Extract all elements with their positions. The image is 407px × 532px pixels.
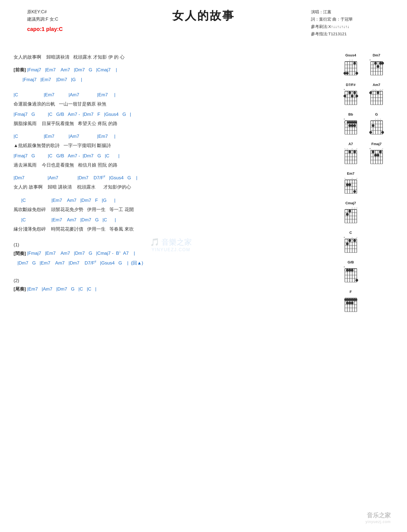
svg-text:○: ○: [349, 59, 350, 61]
singer: 演唱：江蕙: [311, 8, 353, 15]
meta-left: 原KEY:C# 建議男調:F 女:C capo:1 play:C: [27, 8, 63, 34]
svg-point-216: [348, 302, 351, 304]
svg-text:○: ○: [351, 207, 353, 209]
svg-point-32: [377, 65, 379, 68]
page: 女人的故事 原KEY:C# 建議男調:F 女:C capo:1 play:C 演…: [0, 0, 407, 532]
lyricist: 詞：葉衍宏 曲：于冠華: [311, 15, 353, 23]
svg-point-167: [348, 210, 351, 212]
chord-pair-8: G/B × ×: [339, 260, 393, 285]
svg-text:○: ○: [372, 88, 374, 91]
footer-brand: 音乐之家: [365, 511, 391, 520]
chord-a7: A7 ○ ○ ○ ○: [339, 142, 362, 167]
svg-point-46: [348, 91, 351, 94]
svg-point-47: [351, 95, 354, 97]
svg-point-182: [346, 243, 349, 245]
prelude-chord-1: [前奏] |Fmaj7 |Em7 Am7 |Dm7 G |Cmaj7 |: [14, 65, 334, 75]
main-content: 女人的故事啊 歸暗講袂清 枕頭露水 才知影 伊 的 心 [前奏] |Fmaj7 …: [14, 53, 339, 314]
svg-text:×: ×: [344, 118, 345, 120]
svg-point-201: [355, 279, 358, 282]
verse2-lyrics1: ▲批紙親像無聲的歌詩 一字一字攏唱到 斷腸詩: [14, 142, 334, 150]
chord-gsus4: Gsus4: [339, 53, 362, 78]
svg-point-11: [344, 72, 346, 75]
verse1-lyrics1: 命運親像過浪的出帆 一山一嶺甘是猶原 袂煞: [14, 100, 334, 109]
svg-text:×: ×: [344, 266, 345, 268]
chord-bb: Bb × 1: [339, 112, 362, 137]
svg-point-184: [353, 239, 356, 242]
svg-point-116: [348, 151, 351, 153]
svg-point-83: [353, 124, 356, 127]
svg-text:○: ○: [351, 148, 353, 150]
chord-fmaj7: Fmaj7 ×: [365, 142, 388, 167]
chord-d7f: D7/F# ×: [339, 83, 362, 107]
chords-sidebar: Gsus4: [339, 53, 393, 314]
chord-f: F 1: [339, 290, 362, 314]
svg-text:○: ○: [354, 207, 355, 209]
svg-point-198: [346, 269, 349, 272]
svg-text:○: ○: [377, 118, 379, 120]
svg-text:○: ○: [344, 148, 345, 150]
svg-point-97: [381, 131, 384, 134]
svg-point-147: [348, 183, 351, 186]
key-line1: 原KEY:C#: [27, 8, 63, 15]
chord-gb: G/B × ×: [339, 260, 362, 285]
svg-text:○: ○: [356, 148, 357, 150]
svg-point-200: [351, 269, 354, 272]
svg-point-183: [348, 239, 351, 242]
chord-pair-5: Em7: [339, 171, 393, 196]
svg-text:○: ○: [344, 177, 345, 180]
prelude-chord-2: |Fmaj7 |Em7 |Dm7 |G |: [14, 75, 334, 84]
prelude-section: [前奏] |Fmaj7 |Em7 Am7 |Dm7 G |Cmaj7 | |Fm…: [14, 65, 334, 84]
chord-pair-1: Gsus4: [339, 53, 393, 78]
svg-text:○: ○: [356, 177, 357, 180]
chorus-lyrics1: 女人的 故事啊 歸暗 講袂清 枕頭露水 才知影伊的心: [14, 183, 334, 192]
svg-text:○: ○: [351, 236, 353, 239]
chord-pair-2: D7/F# ×: [339, 83, 393, 107]
svg-rect-214: [344, 299, 357, 301]
svg-point-148: [353, 190, 356, 193]
svg-text:○: ○: [382, 148, 383, 150]
chord-am7: Am7 ○ ○ ○ ○: [365, 83, 388, 107]
chord-pair-9: F 1: [339, 290, 393, 314]
chord-pair-6: Cmaj7 ○ ○ ○: [339, 201, 393, 226]
svg-text:○: ○: [351, 59, 353, 61]
svg-text:×: ×: [369, 147, 371, 150]
svg-point-48: [353, 91, 356, 94]
svg-point-130: [372, 151, 374, 153]
verse1-lyrics2: 胭脂摻風雨 目屎乎阮看攏無 希望天公 疼阮 的路: [14, 120, 334, 128]
svg-text:○: ○: [356, 236, 357, 239]
svg-text:○: ○: [382, 88, 383, 91]
svg-point-133: [379, 151, 382, 153]
svg-point-31: [381, 62, 384, 65]
strum-pattern: 參考刷法:X↑↓↓↑↓↑↓↑↓: [311, 23, 353, 30]
svg-point-49: [355, 95, 358, 97]
verse3-lyrics1: 風吹斷線免怨碎 頭鬃花花免夕勢 伊用一生 等一工 花開: [14, 206, 334, 214]
key-line2: 建議男調:F 女:C: [27, 15, 63, 23]
footer-watermark: 音乐之家 yinyuezj.com: [365, 511, 391, 524]
svg-text:○: ○: [351, 177, 353, 180]
svg-text:○: ○: [356, 207, 357, 209]
interlude-chord-2: |Dm7 G |Em7 Am7 |Dm7 D7/F# |Gsus4 G | (回…: [14, 259, 334, 268]
svg-point-166: [346, 213, 349, 216]
svg-point-132: [377, 154, 379, 157]
outro-chord-1: [尾奏] |Em7 |Am7 |Dm7 G |C |C |: [14, 285, 334, 294]
verse3-chord1: |C |Em7 Am7 |Dm7 F |G |: [14, 196, 334, 205]
meta-right: 演唱：江蕙 詞：葉衍宏 曲：于冠華 參考刷法:X↑↓↓↑↓↑↓↑↓ 參考指法:T…: [311, 8, 353, 37]
svg-point-96: [372, 124, 374, 127]
chord-dm7: Dm7 ×: [365, 53, 388, 78]
outro-section: [尾奏] |Em7 |Am7 |Dm7 G |C |C |: [14, 285, 334, 294]
interlude-section: [間奏] |Fmaj7 |Em7 Am7 |Dm7 G |Cmaj7 - B♭ …: [14, 249, 334, 268]
verse2-chord1: |C |Em7 |Am7 |Em7 |: [14, 132, 334, 141]
chord-em7: Em7: [339, 171, 362, 196]
svg-text:×: ×: [369, 59, 371, 61]
chord-g: G: [365, 112, 388, 137]
finger-pattern: 參考指法:T1213121: [311, 30, 353, 37]
svg-point-45: [344, 95, 346, 97]
chord-cmaj7: Cmaj7 ○ ○ ○: [339, 201, 362, 226]
svg-text:×: ×: [344, 236, 345, 239]
content-area: 女人的故事啊 歸暗講袂清 枕頭露水 才知影 伊 的 心 [前奏] |Fmaj7 …: [14, 53, 393, 314]
svg-text:○: ○: [346, 148, 348, 150]
svg-text:○: ○: [380, 88, 381, 91]
chord-c: C × ○ ○: [339, 231, 362, 255]
svg-point-95: [369, 131, 372, 134]
svg-point-14: [353, 62, 356, 65]
